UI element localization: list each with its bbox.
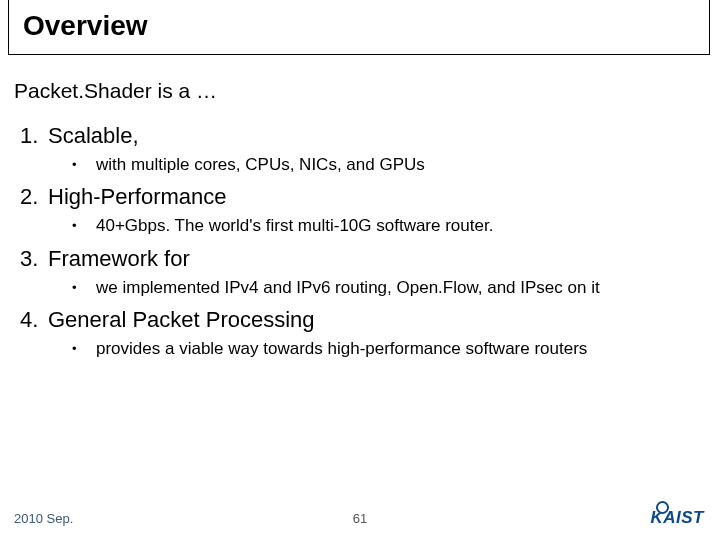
sub-list: 40+Gbps. The world's first multi-10G sof…: [20, 214, 706, 238]
logo-text-rest: AIST: [663, 508, 704, 527]
list-item: Framework for we implemented IPv4 and IP…: [20, 244, 706, 299]
list-item: Scalable, with multiple cores, CPUs, NIC…: [20, 121, 706, 176]
title-box: Overview: [8, 0, 710, 55]
sub-item-text: provides a viable way towards high-perfo…: [96, 339, 587, 358]
footer-page-number: 61: [353, 511, 367, 526]
sub-item-text: with multiple cores, CPUs, NICs, and GPU…: [96, 155, 425, 174]
sub-list: with multiple cores, CPUs, NICs, and GPU…: [20, 153, 706, 177]
footer-date: 2010 Sep.: [14, 511, 73, 526]
list-item-head: Framework for: [48, 246, 190, 271]
slide: Overview Packet.Shader is a … Scalable, …: [0, 0, 720, 540]
sub-item-text: 40+Gbps. The world's first multi-10G sof…: [96, 216, 493, 235]
slide-title: Overview: [23, 10, 695, 42]
sub-item: provides a viable way towards high-perfo…: [72, 337, 706, 361]
sub-item: with multiple cores, CPUs, NICs, and GPU…: [72, 153, 706, 177]
list-item-head: General Packet Processing: [48, 307, 315, 332]
sub-item: 40+Gbps. The world's first multi-10G sof…: [72, 214, 706, 238]
sub-item-text: we implemented IPv4 and IPv6 routing, Op…: [96, 278, 600, 297]
sub-item: we implemented IPv4 and IPv6 routing, Op…: [72, 276, 706, 300]
list-item: General Packet Processing provides a via…: [20, 305, 706, 360]
sub-list: provides a viable way towards high-perfo…: [20, 337, 706, 361]
list-item-head: Scalable,: [48, 123, 139, 148]
footer: 2010 Sep. 61 KAIST: [0, 502, 720, 526]
intro-text: Packet.Shader is a …: [14, 79, 706, 103]
sub-list: we implemented IPv4 and IPv6 routing, Op…: [20, 276, 706, 300]
content-area: Packet.Shader is a … Scalable, with mult…: [0, 55, 720, 361]
list-item-head: High-Performance: [48, 184, 227, 209]
kaist-logo: KAIST: [650, 508, 704, 528]
main-list: Scalable, with multiple cores, CPUs, NIC…: [14, 121, 706, 361]
list-item: High-Performance 40+Gbps. The world's fi…: [20, 182, 706, 237]
